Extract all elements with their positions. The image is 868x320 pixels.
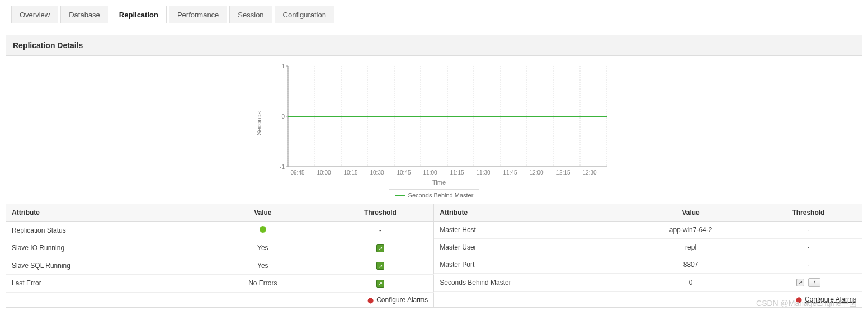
svg-text:11:45: 11:45 xyxy=(503,170,517,176)
svg-text:-1: -1 xyxy=(280,164,285,170)
right-header-attribute: Attribute xyxy=(434,204,626,222)
chart-x-label: Time xyxy=(266,179,612,186)
table-row: Master Host app-win7-64-2 - xyxy=(434,222,862,239)
configure-row: ⬤ Configure Alarms xyxy=(434,292,862,307)
cell-value xyxy=(199,222,327,239)
svg-text:12:15: 12:15 xyxy=(556,170,570,176)
cell-threshold: - xyxy=(755,222,862,239)
cell-value: repl xyxy=(626,239,754,256)
tab-database[interactable]: Database xyxy=(60,6,108,23)
alarm-icon: ⬤ xyxy=(796,297,802,303)
configure-row: ⬤ Configure Alarms xyxy=(6,292,434,307)
svg-text:09:45: 09:45 xyxy=(290,170,304,176)
svg-text:11:00: 11:00 xyxy=(423,170,437,176)
right-header-value: Value xyxy=(626,204,754,222)
left-table: Attribute Value Threshold Replication St… xyxy=(6,204,434,307)
configure-alarms-link[interactable]: Configure Alarms xyxy=(805,295,856,303)
tab-configuration[interactable]: Configuration xyxy=(275,6,334,23)
cell-threshold[interactable]: ↗ xyxy=(327,257,434,275)
svg-text:11:15: 11:15 xyxy=(450,170,464,176)
svg-text:12:00: 12:00 xyxy=(529,170,543,176)
tab-replication[interactable]: Replication xyxy=(111,6,167,23)
status-dot-icon xyxy=(260,226,266,233)
table-row: Master User repl - xyxy=(434,239,862,256)
threshold-edit-icon[interactable]: ↗ xyxy=(376,280,384,288)
svg-text:10:30: 10:30 xyxy=(370,170,384,176)
cell-threshold: - xyxy=(755,256,862,274)
svg-text:10:00: 10:00 xyxy=(317,170,331,176)
cell-threshold: - xyxy=(755,239,862,256)
cell-value: No Errors xyxy=(199,275,327,293)
right-header-threshold: Threshold xyxy=(755,204,862,222)
legend-label: Seconds Behind Master xyxy=(408,192,474,199)
cell-value: Yes xyxy=(199,239,327,257)
cell-value: app-win7-64-2 xyxy=(626,222,754,239)
cell-attr: Slave SQL Running xyxy=(6,257,199,275)
cell-value: Yes xyxy=(199,257,327,275)
cell-threshold[interactable]: ↗ 7 xyxy=(755,274,862,292)
left-header-threshold: Threshold xyxy=(327,204,434,222)
section-title: Replication Details xyxy=(6,35,862,56)
cell-attr: Seconds Behind Master xyxy=(434,274,626,292)
table-row: Master Port 8807 - xyxy=(434,256,862,274)
cell-attr: Master Port xyxy=(434,256,626,274)
cell-attr: Slave IO Running xyxy=(6,239,199,257)
left-header-attribute: Attribute xyxy=(6,204,199,222)
seven-day-button[interactable]: 7 xyxy=(808,278,820,287)
cell-attr: Master Host xyxy=(434,222,626,239)
svg-text:12:30: 12:30 xyxy=(582,170,596,176)
svg-text:11:30: 11:30 xyxy=(476,170,490,176)
tab-performance[interactable]: Performance xyxy=(169,6,227,23)
cell-attr: Last Error xyxy=(6,275,199,293)
cell-value: 0 xyxy=(626,274,754,292)
cell-threshold[interactable]: ↗ xyxy=(327,275,434,293)
tables-row: Attribute Value Threshold Replication St… xyxy=(6,204,862,308)
legend-line-icon xyxy=(395,195,405,196)
cell-threshold: - xyxy=(327,222,434,239)
tab-overview[interactable]: Overview xyxy=(11,6,58,23)
table-row: Last Error No Errors ↗ xyxy=(6,275,434,293)
table-row: Seconds Behind Master 0 ↗ 7 xyxy=(434,274,862,292)
svg-text:0: 0 xyxy=(281,114,285,120)
svg-text:10:15: 10:15 xyxy=(343,170,357,176)
tabs-bar: Overview Database Replication Performanc… xyxy=(0,0,868,23)
table-row: Replication Status - xyxy=(6,222,434,239)
tab-session[interactable]: Session xyxy=(229,6,272,23)
chart-y-label: Seconds xyxy=(256,111,262,135)
chart-plot: 1 0 -1 09:45 10:00 10:15 10:30 10:45 11:… xyxy=(266,60,612,178)
cell-attr: Replication Status xyxy=(6,222,199,239)
threshold-edit-icon[interactable]: ↗ xyxy=(796,279,804,286)
threshold-edit-icon[interactable]: ↗ xyxy=(376,262,384,270)
svg-text:1: 1 xyxy=(281,63,285,69)
cell-value: 8807 xyxy=(626,256,754,274)
cell-attr: Master User xyxy=(434,239,626,256)
alarm-icon: ⬤ xyxy=(367,297,374,303)
threshold-edit-icon[interactable]: ↗ xyxy=(376,244,384,252)
table-row: Slave SQL Running Yes ↗ xyxy=(6,257,434,275)
cell-threshold[interactable]: ↗ xyxy=(327,239,434,257)
left-header-value: Value xyxy=(199,204,327,222)
chart-legend: Seconds Behind Master xyxy=(389,189,480,201)
table-row: Slave IO Running Yes ↗ xyxy=(6,239,434,257)
right-table: Attribute Value Threshold Master Host ap… xyxy=(434,204,862,307)
configure-alarms-link[interactable]: Configure Alarms xyxy=(376,296,428,304)
svg-text:10:45: 10:45 xyxy=(397,170,411,176)
chart-container: Seconds 1 xyxy=(6,56,862,204)
